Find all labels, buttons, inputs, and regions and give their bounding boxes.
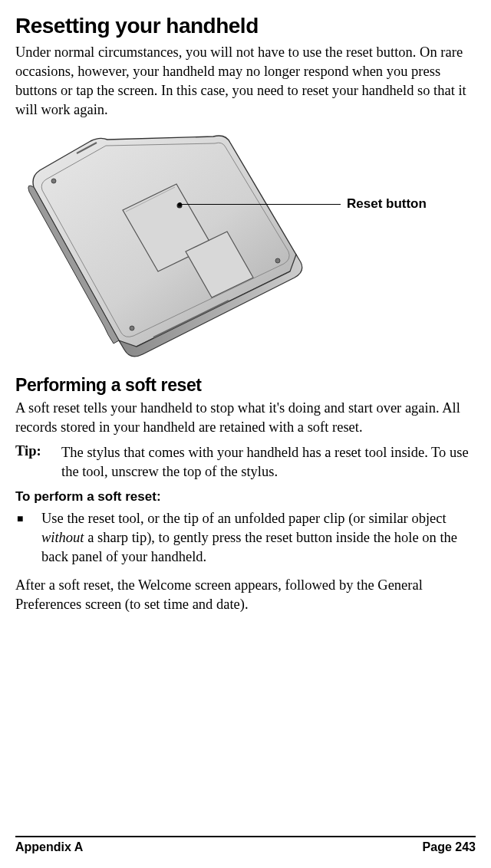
bullet-text: Use the reset tool, or the tip of an unf…: [41, 509, 476, 567]
bullet-text-post: a sharp tip), to gently press the reset …: [41, 530, 457, 564]
bullet-text-em: without: [41, 530, 84, 545]
page-footer: Appendix A Page 243: [15, 836, 476, 854]
after-reset-paragraph: After a soft reset, the Welcome screen a…: [15, 576, 476, 614]
tip-block: Tip: The stylus that comes with your han…: [15, 443, 476, 482]
reset-button-label: Reset button: [347, 196, 427, 212]
intro-paragraph: Under normal circumstances, you will not…: [15, 43, 476, 120]
svg-point-2: [275, 258, 280, 263]
footer-right: Page 243: [423, 840, 476, 854]
bullet-item: ■ Use the reset tool, or the tip of an u…: [15, 509, 476, 567]
device-figure: Reset button: [15, 126, 476, 367]
bullet-text-pre: Use the reset tool, or the tip of an unf…: [41, 511, 447, 526]
callout-line: [180, 204, 341, 205]
step-heading: To perform a soft reset:: [15, 489, 476, 505]
footer-left: Appendix A: [15, 840, 83, 854]
tip-body: The stylus that comes with your handheld…: [61, 443, 476, 482]
square-bullet-icon: ■: [15, 509, 41, 567]
svg-point-1: [51, 179, 56, 183]
page-heading: Resetting your handheld: [15, 14, 476, 38]
soft-reset-paragraph: A soft reset tells your handheld to stop…: [15, 399, 476, 437]
handheld-illustration: [23, 126, 315, 367]
tip-label: Tip:: [15, 443, 61, 482]
svg-point-3: [130, 326, 134, 330]
section-heading: Performing a soft reset: [15, 375, 476, 396]
